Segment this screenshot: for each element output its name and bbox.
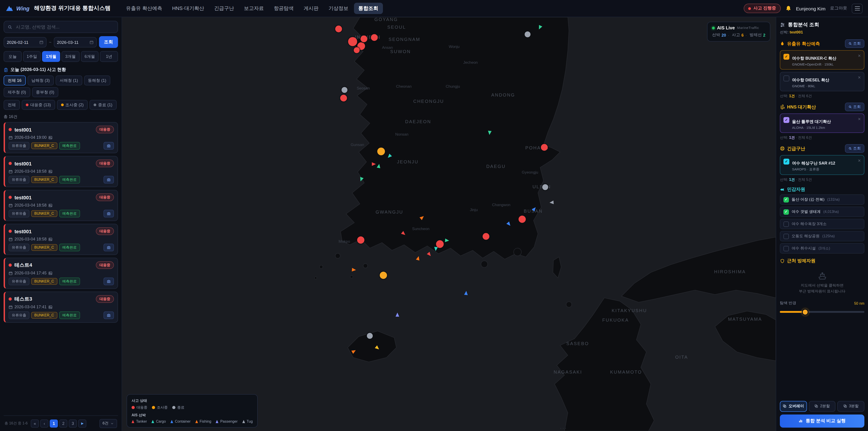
close-icon[interactable]: × (858, 158, 861, 172)
region-filter-chip[interactable]: 제주청 (0) (4, 87, 30, 97)
map-canvas[interactable]: GOYANGSEOULINCHEONSEONGNAMSUWONAnsanWonj… (122, 17, 776, 431)
prev-page-button[interactable]: ‹ (40, 419, 49, 427)
first-page-button[interactable]: « (31, 419, 39, 427)
ship-marker[interactable] (359, 177, 364, 182)
incident-marker[interactable] (380, 272, 387, 279)
media-view-button[interactable] (103, 311, 114, 319)
region-filter-chip[interactable]: 전체 16 (4, 75, 26, 86)
nav-item[interactable]: 유출유 확산예측 (121, 3, 166, 14)
slider-knob[interactable] (802, 309, 809, 316)
search-input[interactable] (15, 24, 114, 30)
range-chip[interactable]: 1개월 (42, 51, 60, 62)
app-logo[interactable]: Wing (5, 4, 29, 12)
incident-card[interactable]: 테스트4 대응중 2026-03-04 17:45 유류유출 BUNKER_C … (4, 258, 118, 289)
media-view-button[interactable] (103, 142, 114, 150)
region-filter-chip[interactable]: 중부청 (0) (32, 87, 58, 97)
date-to-input[interactable]: 2026-03-11 (54, 37, 97, 47)
status-filter-chip[interactable]: 조사중 (2) (57, 100, 88, 110)
incident-marker[interactable] (483, 233, 490, 240)
region-filter-chip[interactable]: 남해청 (3) (27, 75, 54, 86)
hns-query-button[interactable]: 조회 (845, 102, 864, 111)
checkbox[interactable]: ✓ (783, 209, 789, 214)
ship-marker[interactable] (401, 231, 406, 237)
incident-search[interactable] (4, 21, 118, 33)
ship-marker[interactable] (488, 131, 492, 135)
ship-marker[interactable] (464, 291, 468, 295)
nav-item[interactable]: 항공탐색 (269, 3, 298, 14)
notification-bell-icon[interactable] (785, 5, 792, 11)
checkbox[interactable] (783, 234, 789, 239)
incident-marker[interactable] (524, 32, 530, 37)
ship-marker[interactable] (506, 221, 512, 227)
media-view-button[interactable] (103, 176, 114, 184)
incident-marker[interactable] (340, 95, 347, 102)
checkbox[interactable] (783, 246, 789, 251)
range-chip[interactable]: 3개월 (61, 51, 79, 62)
page-number-button[interactable]: 3 (69, 419, 77, 427)
nav-item[interactable]: 게시판 (299, 3, 323, 14)
logout-button[interactable]: 로그아웃 (830, 5, 847, 11)
nav-item[interactable]: 통합조회 (354, 3, 383, 14)
checkbox[interactable]: ✓ (783, 117, 789, 123)
ship-marker[interactable] (372, 162, 376, 166)
page-size-select[interactable]: 6건 (99, 419, 117, 428)
ship-marker[interactable] (416, 256, 421, 260)
ship-marker[interactable] (351, 348, 357, 354)
ship-marker[interactable] (419, 215, 425, 220)
sensitive-resource-item[interactable]: 오동도 해상공원 (125ha) (780, 231, 864, 241)
spill-scenario-item[interactable]: ✓ 여수항 BUNKER-C 확산GNOME+OpenDrift · 150kL… (780, 50, 864, 70)
incident-card[interactable]: test001 대응중 2026-03-04 18:58 유류유출 BUNKER… (4, 156, 118, 187)
sensitive-resource-item[interactable]: 여수 취수시설 (3개소) (780, 243, 864, 254)
incident-marker[interactable] (335, 25, 342, 32)
radius-slider[interactable] (780, 309, 864, 314)
ship-marker[interactable] (532, 206, 537, 212)
close-icon[interactable]: × (858, 53, 861, 66)
incident-marker[interactable] (341, 87, 347, 93)
status-filter-chip[interactable]: 전체 (4, 100, 20, 110)
region-filter-chip[interactable]: 서해청 (1) (56, 75, 82, 86)
ship-marker[interactable] (549, 201, 554, 205)
incident-marker[interactable] (377, 147, 385, 155)
range-chip[interactable]: 1년 (100, 51, 118, 62)
menu-hamburger-icon[interactable] (852, 3, 863, 13)
incident-marker[interactable] (436, 240, 444, 248)
sensitive-resource-item[interactable]: 여수 해수욕장 3개소 (780, 219, 864, 229)
incident-card[interactable]: test001 대응중 2026-03-04 18:58 유류유출 BUNKER… (4, 224, 118, 255)
date-query-button[interactable]: 조회 (99, 36, 118, 48)
ship-marker[interactable] (445, 239, 449, 243)
incident-card[interactable]: test001 대응중 2026-03-04 18:58 유류유출 BUNKER… (4, 190, 118, 221)
incident-marker[interactable] (361, 35, 367, 42)
range-chip[interactable]: 1주일 (23, 51, 41, 62)
ship-marker[interactable] (396, 313, 399, 317)
media-view-button[interactable] (103, 210, 114, 217)
hns-scenario-item[interactable]: ✓ 울산 톨루엔 대기확산ALOHA · 15L/d 1.2km × (780, 114, 864, 133)
incident-marker[interactable] (542, 184, 548, 190)
page-number-button[interactable]: 1 (50, 419, 58, 427)
media-view-button[interactable] (103, 278, 114, 285)
ship-marker[interactable] (352, 268, 356, 272)
next-page-button[interactable]: ▶ (78, 419, 86, 427)
ship-marker[interactable] (377, 163, 381, 168)
page-number-button[interactable]: 2 (59, 419, 67, 427)
checkbox[interactable]: ✓ (783, 197, 789, 202)
spill-scenario-item[interactable]: 여수항 DIESEL 확산GNOME · 80kL × (780, 72, 864, 91)
incident-marker[interactable] (371, 34, 378, 41)
incident-marker[interactable] (348, 37, 358, 46)
run-analysis-button[interactable]: 통합 분석 비교 실행 (780, 414, 864, 427)
range-chip[interactable]: 6개월 (81, 51, 98, 62)
incident-marker[interactable] (357, 237, 364, 244)
view-mode-button[interactable]: 2분할 (809, 401, 835, 411)
close-icon[interactable]: × (858, 75, 861, 88)
media-view-button[interactable] (103, 244, 114, 251)
ship-marker[interactable] (434, 247, 438, 251)
range-chip[interactable]: 오늘 (4, 51, 22, 62)
nav-item[interactable]: 기상정보 (324, 3, 353, 14)
sensitive-resource-item[interactable]: ✓ 여수 갯벌 생태계 (4,013ha) (780, 207, 864, 217)
ship-marker[interactable] (375, 345, 380, 351)
nav-item[interactable]: HNS·대기확산 (167, 3, 209, 14)
checkbox[interactable]: ✓ (783, 54, 789, 60)
nav-item[interactable]: 긴급구난 (210, 3, 239, 14)
incident-card[interactable]: 테스트3 대응중 2026-03-04 17:41 유류유출 BUNKER_C … (4, 291, 118, 323)
ship-marker[interactable] (387, 153, 392, 159)
incident-inprogress-badge[interactable]: 사고 진행중 (744, 4, 780, 13)
